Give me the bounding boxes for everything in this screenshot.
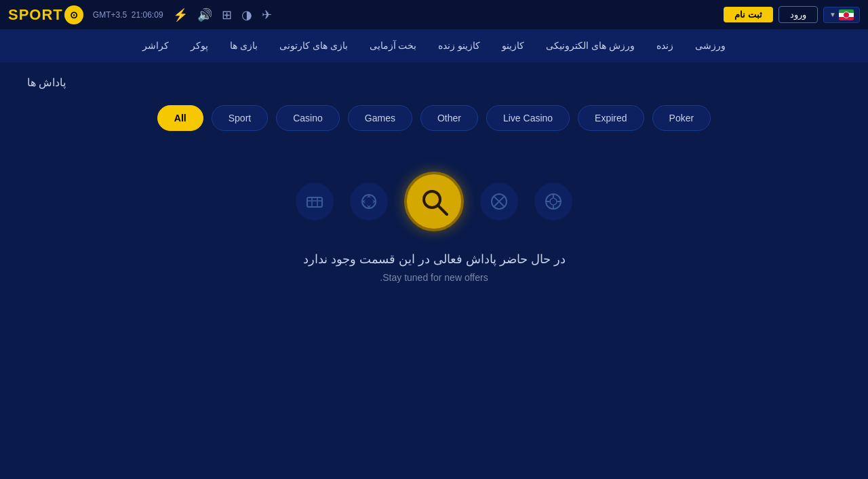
filter-tab-games[interactable]: Games	[348, 105, 412, 131]
empty-icon-1	[534, 183, 572, 221]
nav-item-live[interactable]: زنده	[656, 37, 673, 55]
login-button[interactable]: ورود	[778, 6, 818, 23]
page-title-row: پاداش ها	[27, 76, 841, 89]
lightning-icon[interactable]: ⚡	[173, 7, 188, 22]
topbar-icons: ✈ ◑ ⊞ 🔊 ⚡	[173, 7, 272, 22]
nav-item-poker[interactable]: پوکر	[191, 37, 208, 55]
chevron-down-icon: ▼	[829, 11, 836, 18]
nav-item-cartoon[interactable]: بازی های کارتونی	[279, 37, 348, 55]
register-button[interactable]: ثبت نام	[724, 7, 773, 22]
empty-state: در حال حاضر پاداش فعالی در این قسمت وجود…	[27, 172, 841, 283]
filter-tab-poker[interactable]: Poker	[652, 105, 711, 131]
svg-rect-12	[307, 197, 322, 207]
logo-icon: ⊙	[64, 5, 83, 24]
empty-icon-3	[350, 183, 388, 221]
grid-icon[interactable]: ⊞	[222, 7, 232, 22]
topbar: ▼ ورود ثبت نام ✈ ◑ ⊞ 🔊 ⚡ GMT+3.5 21:06:0…	[0, 0, 868, 30]
nav-item-live-casino[interactable]: کازینو زنده	[438, 37, 480, 55]
filter-tab-live-casino[interactable]: Live Casino	[486, 105, 570, 131]
language-selector[interactable]: ▼	[823, 7, 860, 23]
flag-icon	[839, 9, 854, 20]
logo-text: SPORT	[8, 6, 63, 24]
topbar-left: ▼ ورود ثبت نام	[724, 6, 860, 23]
nav-item-sport[interactable]: ورزشی	[695, 37, 726, 55]
nav-item-casino[interactable]: کازینو	[502, 37, 524, 55]
empty-icon-4	[296, 183, 334, 221]
filter-tab-all[interactable]: All	[157, 105, 203, 131]
empty-text: در حال حاضر پاداش فعالی در این قسمت وجود…	[303, 252, 566, 283]
filter-tab-sport[interactable]: Sport	[212, 105, 268, 131]
nav-item-crash[interactable]: کراشر	[142, 37, 169, 55]
empty-icons-row	[296, 172, 572, 231]
topbar-right: ✈ ◑ ⊞ 🔊 ⚡ GMT+3.5 21:06:09 ⊙ SPORT	[8, 5, 272, 24]
search-icon-main	[404, 172, 464, 231]
filter-tab-expired[interactable]: Expired	[578, 105, 644, 131]
page-title: پاداش ها	[27, 76, 66, 89]
empty-text-main: در حال حاضر پاداش فعالی در این قسمت وجود…	[303, 252, 566, 267]
telegram-icon[interactable]: ✈	[262, 7, 272, 22]
filter-tab-other[interactable]: Other	[420, 105, 478, 131]
svg-line-10	[438, 206, 447, 214]
time-display: GMT+3.5 21:06:09	[93, 10, 163, 20]
navbar: ورزشی زنده ورزش های الکترونیکی کازینو کا…	[0, 30, 868, 62]
nav-item-bonus[interactable]: بخت آزمایی	[370, 37, 417, 55]
nav-item-games[interactable]: بازی ها	[230, 37, 258, 55]
nav-item-esport[interactable]: ورزش های الکترونیکی	[546, 37, 635, 55]
main-content: پاداش ها Poker Expired Live Casino Other…	[0, 62, 868, 479]
svg-point-1	[550, 198, 557, 205]
filter-tabs: Poker Expired Live Casino Other Games Ca…	[27, 105, 841, 131]
volume-icon[interactable]: 🔊	[197, 7, 212, 22]
empty-icon-2	[480, 183, 518, 221]
empty-text-sub: Stay tuned for new offers.	[303, 272, 566, 283]
logo: ⊙ SPORT	[8, 5, 83, 24]
chart-icon[interactable]: ◑	[241, 7, 252, 22]
filter-tab-casino[interactable]: Casino	[276, 105, 340, 131]
